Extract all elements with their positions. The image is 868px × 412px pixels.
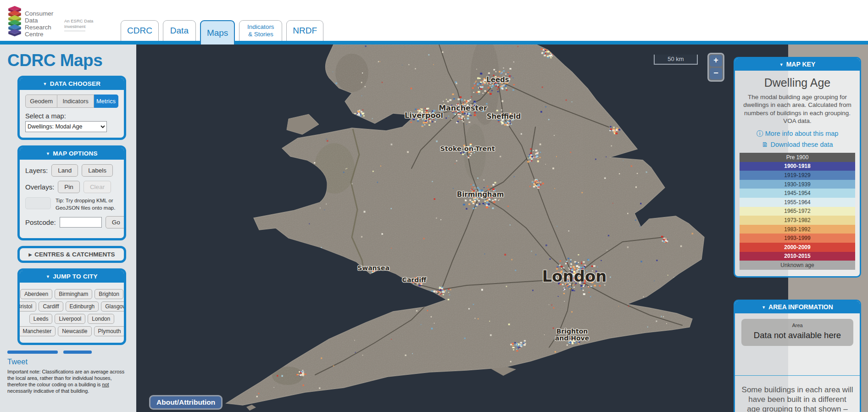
- city-button-glasgow[interactable]: Glasgow: [101, 301, 126, 312]
- download-icon: 🗎: [762, 141, 770, 148]
- important-note: Important note: Classifications are an a…: [7, 368, 126, 394]
- tab-indicators[interactable]: Indicators: [57, 95, 94, 108]
- legend-row: 1955-1964: [740, 198, 855, 207]
- page-title: CDRC Maps: [7, 51, 136, 70]
- download-data-link[interactable]: 🗎 Download these data: [735, 141, 860, 148]
- city-button-leeds[interactable]: Leeds: [29, 314, 53, 324]
- esrc-tagline: An ESRC Data Investment: [64, 18, 93, 31]
- nav-tab-indicators-stories[interactable]: Indicators & Stories: [239, 20, 282, 41]
- map-select[interactable]: Dwellings: Modal Age: [25, 121, 107, 132]
- kml-drop-placeholder: [25, 197, 51, 209]
- site-header: Consumer Data Research Centre An ESRC Da…: [0, 0, 868, 45]
- labels-layer-button[interactable]: Labels: [82, 164, 113, 177]
- chevron-down-icon: ▼: [779, 62, 784, 67]
- city-button-manchester[interactable]: Manchester: [18, 326, 56, 336]
- city-button-plymouth[interactable]: Plymouth: [94, 326, 125, 336]
- area-note: Some buildings in each area will have be…: [735, 376, 860, 412]
- legend-row: Pre 1900: [740, 153, 855, 162]
- legend-row: 1965-1972: [740, 207, 855, 216]
- twitter-bar: [63, 351, 92, 354]
- data-chooser-header[interactable]: ▼DATA CHOOSER: [20, 78, 124, 90]
- nav-tab-nrdf[interactable]: NRDF: [286, 20, 323, 41]
- select-map-label: Select a map:: [25, 112, 118, 120]
- legend-row: 1900-1918: [740, 162, 855, 171]
- sidebar: CDRC Maps ▼DATA CHOOSER Geodem Indicator…: [0, 45, 136, 412]
- map-key-title: Dwelling Age: [735, 76, 860, 89]
- zoom-control: + −: [707, 53, 724, 82]
- pin-overlay-button[interactable]: Pin: [58, 181, 80, 193]
- overlays-label: Overlays:: [25, 183, 54, 191]
- city-button-grid: AberdeenBirminghamBrightonBristolCardiff…: [25, 287, 118, 337]
- layers-label: Layers:: [25, 167, 48, 174]
- twitter-bar: [7, 351, 58, 354]
- chevron-down-icon: ▼: [43, 82, 47, 86]
- legend-row: 1945-1954: [740, 189, 855, 198]
- city-button-brighton[interactable]: Brighton: [95, 289, 123, 299]
- chevron-down-icon: ▼: [762, 305, 766, 310]
- nav-tab-cdrc[interactable]: CDRC: [121, 20, 159, 41]
- city-button-london[interactable]: London: [88, 314, 114, 324]
- logo-wordmark: Consumer Data Research Centre: [25, 6, 53, 39]
- esrc-underline: [64, 31, 85, 31]
- legend-row: 2010-2015: [740, 252, 855, 261]
- city-button-cardiff[interactable]: Cardiff: [39, 301, 63, 312]
- tweet-link[interactable]: Tweet: [7, 357, 28, 366]
- header-blue-bar: [0, 41, 868, 45]
- nav-tab-maps[interactable]: Maps: [200, 20, 235, 45]
- legend-row: 1993-1999: [740, 234, 855, 243]
- jump-to-city-panel: ▼JUMP TO CITY AberdeenBirminghamBrighton…: [17, 268, 126, 345]
- land-layer-button[interactable]: Land: [51, 164, 78, 177]
- data-chooser-panel: ▼DATA CHOOSER Geodem Indicators Metrics …: [17, 76, 126, 140]
- chevron-right-icon: ▶: [28, 252, 32, 257]
- twitter-widget-placeholders: [7, 351, 136, 354]
- map-canvas[interactable]: LeedsManchesterLiverpoolSheffieldStoke-o…: [136, 45, 868, 412]
- tab-geodem[interactable]: Geodem: [25, 95, 57, 108]
- clear-overlay-button[interactable]: Clear: [83, 181, 111, 193]
- area-value: Data not available here: [744, 330, 851, 340]
- map-key-header[interactable]: ▼MAP KEY: [735, 58, 860, 71]
- map-key-panel: ▼MAP KEY Dwelling Age The modal building…: [734, 57, 861, 278]
- jump-to-city-header[interactable]: ▼JUMP TO CITY: [20, 271, 124, 283]
- city-button-edinburgh[interactable]: Edinburgh: [66, 301, 99, 312]
- scale-bar: 50 km: [654, 55, 698, 65]
- map-options-header[interactable]: ▼MAP OPTIONS: [20, 148, 124, 160]
- city-button-newcastle[interactable]: Newcastle: [58, 326, 91, 336]
- postcode-go-button[interactable]: Go: [106, 216, 126, 228]
- info-icon: ⓘ: [757, 130, 765, 137]
- centres-catchments-header[interactable]: ▶CENTRES & CATCHMENTS: [20, 248, 124, 261]
- zoom-in-button[interactable]: +: [710, 55, 722, 67]
- area-label: Area: [744, 323, 851, 328]
- tab-metrics[interactable]: Metrics: [94, 95, 118, 108]
- legend-row: 1930-1939: [740, 180, 855, 189]
- city-button-bristol[interactable]: Bristol: [17, 301, 36, 312]
- map-key-description: The modal building age grouping for dwel…: [735, 93, 860, 125]
- main-nav-tabs: CDRCDataMapsIndicators & StoriesNRDF: [121, 20, 323, 41]
- zoom-out-button[interactable]: −: [710, 68, 722, 79]
- area-value-box: Area Data not available here: [741, 319, 853, 346]
- nav-tab-data[interactable]: Data: [163, 20, 196, 41]
- legend-row: 2000-2009: [740, 243, 855, 252]
- legend-row: 1919-1929: [740, 171, 855, 180]
- postcode-input[interactable]: [60, 217, 102, 228]
- map-options-panel: ▼MAP OPTIONS Layers: Land Labels Overlay…: [17, 145, 126, 240]
- area-information-panel: ▼AREA INFORMATION Area Data not availabl…: [734, 300, 861, 412]
- more-info-link[interactable]: ⓘ More info about this map: [735, 129, 860, 138]
- legend-row: 1973-1982: [740, 216, 855, 225]
- chevron-down-icon: ▼: [46, 151, 50, 156]
- chevron-down-icon: ▼: [46, 274, 50, 279]
- legend-row: 1983-1992: [740, 225, 855, 234]
- legend: Pre 19001900-19181919-19291930-19391945-…: [740, 153, 855, 270]
- postcode-label: Postcode:: [25, 218, 56, 226]
- city-button-birmingham[interactable]: Birmingham: [55, 289, 92, 299]
- cdrc-logo[interactable]: Consumer Data Research Centre: [8, 6, 53, 39]
- legend-row: Unknown age: [740, 261, 855, 270]
- cdrc-cubes-icon: [8, 6, 21, 39]
- city-button-liverpool[interactable]: Liverpool: [55, 314, 85, 324]
- kml-tip-text: Tip: Try dropping KML or GeoJSON files o…: [56, 197, 118, 212]
- about-attribution-button[interactable]: About/Attribution: [149, 395, 223, 410]
- city-button-aberdeen[interactable]: Aberdeen: [20, 289, 52, 299]
- area-information-header[interactable]: ▼AREA INFORMATION: [735, 301, 860, 313]
- data-type-tabs: Geodem Indicators Metrics: [25, 95, 118, 108]
- centres-catchments-panel: ▶CENTRES & CATCHMENTS: [17, 246, 126, 263]
